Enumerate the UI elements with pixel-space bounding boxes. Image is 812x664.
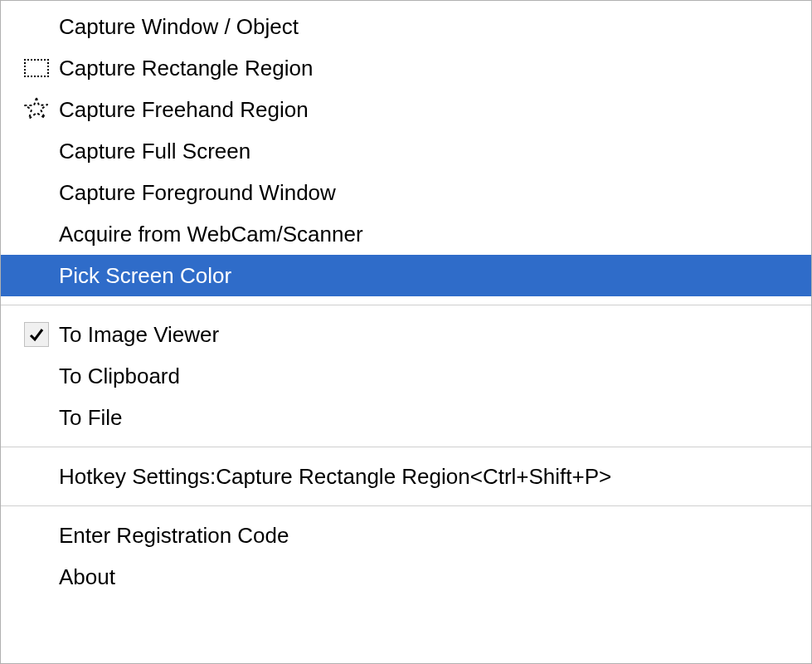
menu-item-enter-registration-code[interactable]: Enter Registration Code	[1, 515, 811, 556]
menu-item-capture-full-screen[interactable]: Capture Full Screen	[1, 130, 811, 172]
menu-item-label: To Image Viewer	[56, 322, 219, 348]
menu-item-capture-foreground-window[interactable]: Capture Foreground Window	[1, 172, 811, 213]
checkmark-icon	[17, 315, 56, 354]
blank-icon	[17, 173, 56, 212]
blank-icon	[17, 558, 56, 596]
menu-separator	[1, 505, 811, 506]
menu-item-label: Pick Screen Color	[56, 263, 231, 289]
menu-item-to-clipboard[interactable]: To Clipboard	[1, 355, 811, 397]
blank-icon	[17, 457, 56, 496]
menu-item-label: Capture Full Screen	[56, 139, 250, 164]
menu-item-label: About	[56, 564, 115, 590]
menu-item-acquire-webcam-scanner[interactable]: Acquire from WebCam/Scanner	[1, 213, 811, 255]
blank-icon	[17, 357, 56, 395]
menu-item-label: Capture Freehand Region	[56, 97, 309, 123]
menu-item-capture-rectangle-region[interactable]: Capture Rectangle Region	[1, 47, 811, 89]
menu-item-capture-window-object[interactable]: Capture Window / Object	[1, 6, 811, 47]
menu-separator	[1, 305, 811, 305]
menu-item-hotkey-settings[interactable]: Hotkey Settings:Capture Rectangle Region…	[1, 456, 811, 497]
menu-item-label: Hotkey Settings:Capture Rectangle Region…	[56, 464, 611, 490]
menu-item-label: Acquire from WebCam/Scanner	[56, 222, 363, 247]
menu-item-label: Capture Foreground Window	[56, 180, 336, 206]
menu-item-label: Capture Rectangle Region	[56, 56, 313, 81]
menu-item-label: Enter Registration Code	[56, 523, 289, 549]
menu-item-about[interactable]: About	[1, 556, 811, 598]
menu-item-to-image-viewer[interactable]: To Image Viewer	[1, 314, 811, 355]
menu-item-label: Capture Window / Object	[56, 14, 299, 40]
menu-item-pick-screen-color[interactable]: Pick Screen Color	[1, 255, 811, 296]
blank-icon	[17, 256, 56, 295]
menu-item-label: To File	[56, 405, 123, 431]
context-menu: Capture Window / Object Capture Rectangl…	[0, 0, 812, 664]
blank-icon	[17, 7, 56, 46]
svg-marker-0	[25, 98, 47, 119]
blank-icon	[17, 132, 56, 170]
freehand-star-icon	[17, 90, 56, 129]
menu-item-capture-freehand-region[interactable]: Capture Freehand Region	[1, 89, 811, 130]
blank-icon	[17, 215, 56, 253]
menu-separator	[1, 447, 811, 447]
menu-item-to-file[interactable]: To File	[1, 397, 811, 438]
blank-icon	[17, 398, 56, 437]
rectangle-selection-icon	[17, 49, 56, 87]
blank-icon	[17, 516, 56, 554]
menu-item-label: To Clipboard	[56, 364, 180, 389]
